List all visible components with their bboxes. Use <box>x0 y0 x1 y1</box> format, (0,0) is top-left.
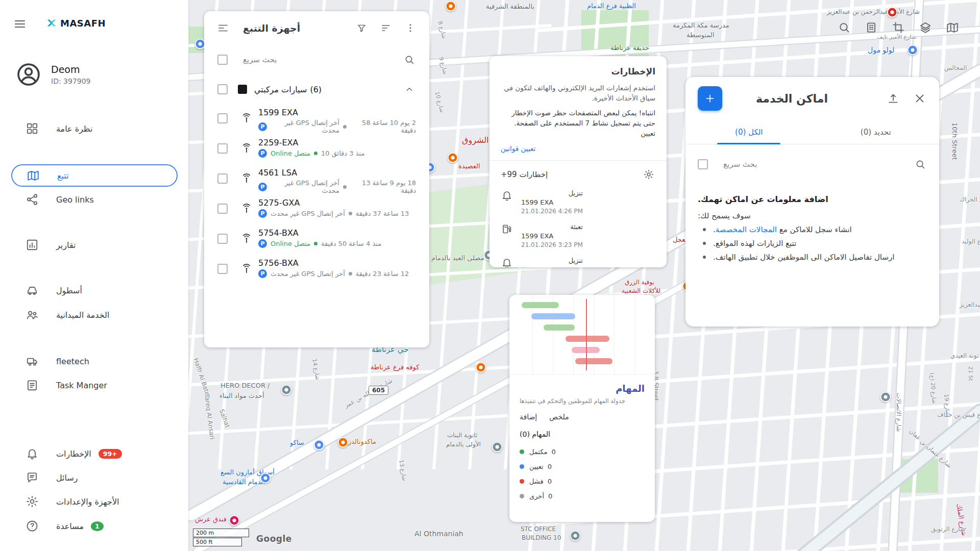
device-row[interactable]: 5754-BXAPمتصل Onlineمنذ 4 ساعة 50 دقيقة <box>204 224 429 255</box>
layers-icon[interactable] <box>918 20 933 35</box>
legend-dot <box>520 479 524 484</box>
sidebar-item[interactable]: تقارير <box>11 234 178 256</box>
streetview-icon[interactable] <box>864 20 878 35</box>
notification-type: تنزيل <box>521 189 583 197</box>
map-poi-marker[interactable] <box>492 442 503 453</box>
sidebar-item[interactable]: Task Manger <box>11 374 178 396</box>
parking-icon: P <box>258 239 267 248</box>
user-info[interactable]: Deom ID: 397909 <box>15 61 91 88</box>
select-all-checkbox[interactable] <box>217 55 228 65</box>
sidebar-item[interactable]: الإخطارات99+ <box>11 442 178 465</box>
fuel-icon <box>501 223 513 235</box>
group-color-swatch[interactable] <box>238 85 247 94</box>
status-dot <box>343 185 347 189</box>
device-checkbox[interactable] <box>217 143 228 154</box>
filter-icon[interactable] <box>355 21 368 35</box>
map-poi-marker[interactable] <box>229 515 240 526</box>
menu-icon[interactable] <box>13 16 29 32</box>
search-icon[interactable] <box>914 158 927 171</box>
device-name: 5275-GXA <box>258 198 409 208</box>
sidebar-item[interactable]: مساعدة1 <box>11 515 178 537</box>
devices-panel-title: أجهزة التتبع <box>243 22 300 34</box>
sidebar-item-label: تتبع <box>57 171 69 181</box>
measure-icon[interactable] <box>891 20 905 35</box>
map-poi-marker[interactable] <box>260 473 271 484</box>
device-group-row[interactable]: سيارات مركبتي (6) <box>204 74 429 104</box>
notification-list: تنزيل1599 EXA21.01.2026 4:26 PMتعبئة1599… <box>501 189 655 267</box>
sidebar-item[interactable]: نظرة عامة <box>11 117 178 140</box>
search-icon[interactable] <box>837 20 851 35</box>
device-status-time: 18 يوم 9 ساعة 13 دقيقة <box>350 179 416 194</box>
device-checkbox[interactable] <box>217 264 228 274</box>
map-poi-marker[interactable] <box>448 153 458 163</box>
sidebar-item[interactable]: تتبع <box>11 164 178 187</box>
chevron-up-icon[interactable] <box>403 83 416 96</box>
search-icon[interactable] <box>403 53 416 66</box>
device-checkbox[interactable] <box>217 204 228 214</box>
add-task-link[interactable]: إضافة <box>520 413 537 421</box>
tasks-panel: المهام جدولة المهام للموظفين والتحكم في … <box>509 295 655 522</box>
legend-dot <box>520 494 524 498</box>
legend-row: مكتمل0 <box>520 444 645 459</box>
panel-collapse-icon[interactable] <box>216 21 230 35</box>
device-name: 2259-EXA <box>258 138 364 147</box>
close-icon[interactable] <box>913 91 927 106</box>
device-status: متصل Online <box>271 240 310 247</box>
map-poi-marker[interactable] <box>281 385 292 395</box>
map-poi-marker[interactable] <box>887 7 898 18</box>
sidebar-item[interactable]: الخدمة الميدانية <box>11 304 178 326</box>
notification-settings-icon[interactable] <box>642 168 655 181</box>
parking-icon: P <box>258 122 267 131</box>
sidebar-item[interactable]: Geo links <box>11 188 178 211</box>
device-checkbox[interactable] <box>217 173 228 184</box>
group-checkbox[interactable] <box>217 84 228 94</box>
sidebar-item[interactable]: fleetech <box>11 350 178 372</box>
sidebar-item[interactable]: رسائل <box>11 466 178 489</box>
sidebar-item[interactable]: أسطول <box>11 279 178 302</box>
service-heading: اضافة معلومات عن اماكن تهمك. <box>698 194 927 204</box>
device-row[interactable]: 2259-EXAPمتصل Onlineمنذ 3 دقائق 10 <box>204 134 429 164</box>
device-row[interactable]: 1599 EXAPآخر إتصال GPS غير محدث2 يوم 10 … <box>204 104 429 134</box>
map-poi-marker[interactable] <box>880 392 891 403</box>
more-options-icon[interactable] <box>404 21 417 35</box>
map-poi-marker[interactable] <box>314 440 325 450</box>
device-checkbox[interactable] <box>217 113 228 123</box>
summary-link[interactable]: ملخص <box>549 413 569 421</box>
gantt-today-line <box>586 299 587 370</box>
devices-search-input[interactable]: بحث سريع <box>243 55 277 64</box>
sidebar-item[interactable]: الأجهزة والإعدادات <box>11 490 178 513</box>
sort-icon[interactable] <box>379 21 393 35</box>
service-search-input[interactable]: بحث سريع <box>723 160 757 169</box>
service-panel-title: اماكن الخدمة <box>756 92 828 105</box>
device-name: 1599 EXA <box>258 108 416 117</box>
notifications-title: الإخطارات <box>501 66 655 77</box>
map-icon <box>27 169 40 182</box>
set-rules-link[interactable]: تعيين قوانين <box>501 144 535 153</box>
export-icon[interactable] <box>886 91 900 106</box>
notification-item[interactable]: تنزيل1599 EXA21.01.2026 4:26 PM <box>501 189 655 215</box>
device-row[interactable]: 5275-GXAPآخر إتصال GPS غير محدث13 ساعة 3… <box>204 194 429 224</box>
service-select-all-checkbox[interactable] <box>698 159 708 169</box>
notification-item[interactable]: تعبئة1599 EXA21.01.2026 3:23 PM <box>501 223 655 248</box>
map-poi-marker[interactable] <box>338 437 349 448</box>
add-place-button[interactable] <box>698 86 722 111</box>
map-poi-marker[interactable] <box>476 362 486 373</box>
custom-fields-link[interactable]: المجالات المخصصة <box>716 225 777 234</box>
tasks-subtitle: جدولة المهام للموظفين والتحكم في تنفيذها <box>520 397 645 405</box>
map-poi-marker[interactable] <box>908 45 918 56</box>
device-checkbox[interactable] <box>217 234 228 244</box>
map-poi-marker[interactable] <box>570 531 581 541</box>
sidebar-item-label: تقارير <box>56 240 76 250</box>
bullet-dot <box>703 242 706 245</box>
map-type-icon[interactable] <box>945 20 960 35</box>
tab-all[interactable]: الكل (0) <box>685 122 813 144</box>
device-row[interactable]: 5756-BXAPآخر إتصال GPS غير محدث12 ساعة 2… <box>204 255 429 285</box>
divider <box>489 160 667 161</box>
map-poi-marker[interactable] <box>446 1 456 12</box>
device-row[interactable]: 4561 LSAPآخر إتصال GPS غير محدث18 يوم 9 … <box>204 164 429 194</box>
notification-item[interactable]: تنزيل1599 EXA21.01.2026 1:53 PM <box>501 257 655 267</box>
app-logo[interactable]: MASAFH <box>46 17 106 29</box>
tab-selected[interactable]: تحديد (0) <box>813 122 940 144</box>
scale-imperial: 500 ft <box>193 538 242 546</box>
status-dot <box>349 212 352 215</box>
